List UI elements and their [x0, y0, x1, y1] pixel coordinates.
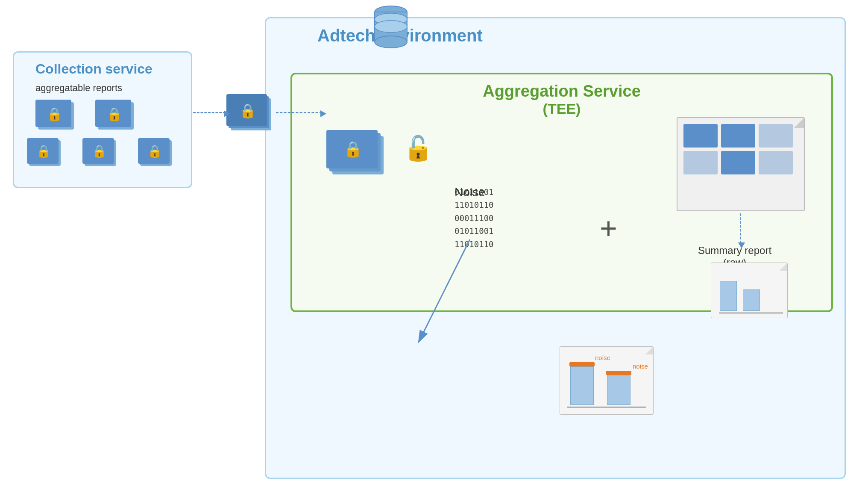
svg-line-6	[419, 239, 470, 342]
aggregation-locked-docs: 🔒	[326, 130, 386, 177]
final-report-paper: noise noise	[560, 346, 654, 415]
database-icon	[372, 4, 410, 53]
locked-doc-3: 🔒	[27, 138, 61, 166]
diag-arrow-svg	[393, 231, 500, 359]
svg-point-4	[375, 21, 407, 32]
arrow-collection-to-batch	[193, 112, 226, 113]
diagram: Adtech environment Collection service ag…	[0, 0, 868, 496]
aggregation-service-box: Aggregation Service (TEE) 🔒 🔓	[290, 73, 833, 312]
locked-doc-4: 🔒	[82, 138, 117, 166]
summary-report-raw-paper	[677, 117, 805, 211]
plus-sign: +	[600, 211, 617, 245]
unlocked-lock: 🔓	[403, 134, 433, 162]
raw-chart-paper	[711, 263, 788, 318]
summary-final-section: Summary report (final, noised) noise noi…	[470, 346, 633, 381]
collection-service-box: Collection service aggregatable reports …	[13, 51, 192, 188]
v-arrow-to-raw	[740, 213, 741, 243]
locked-doc-1: 🔒	[35, 100, 74, 130]
batched-docs: 🔒	[226, 94, 273, 130]
locked-doc-5: 🔒	[138, 138, 172, 166]
arrow-batch-to-aggregation	[276, 112, 322, 113]
aggregation-service-label: Aggregation Service (TEE)	[292, 82, 831, 117]
aggregatable-reports-label: aggregatable reports	[35, 83, 122, 94]
locked-doc-2: 🔒	[95, 100, 134, 130]
collection-service-label: Collection service	[35, 61, 152, 77]
svg-point-2	[375, 36, 407, 48]
